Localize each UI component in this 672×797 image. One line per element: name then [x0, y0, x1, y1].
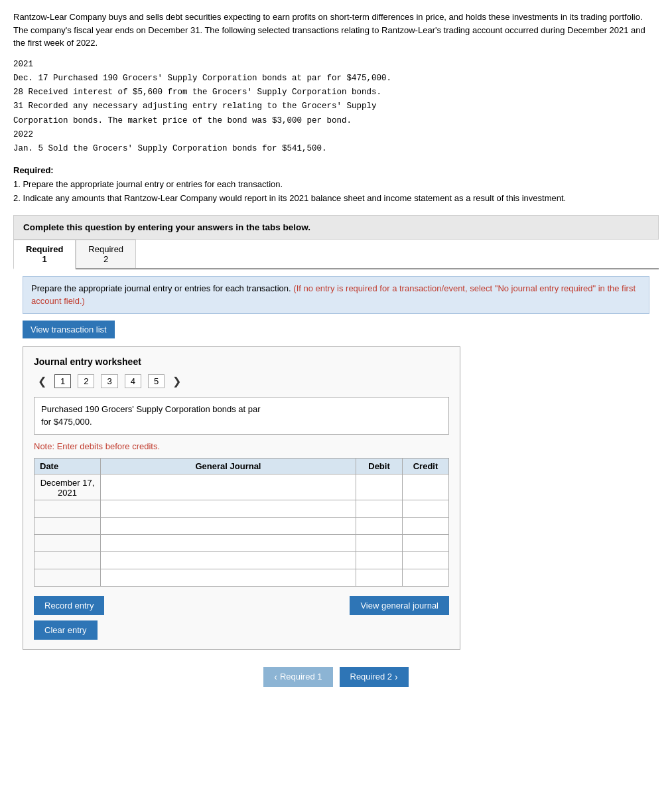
table-row: December 17,2021 — [34, 474, 449, 500]
instruction-bar: Prepare the appropriate journal entry or… — [23, 276, 649, 314]
date-cell-3 — [34, 517, 101, 534]
credit-cell-1[interactable] — [403, 474, 449, 500]
credit-input-4[interactable] — [406, 538, 445, 548]
complete-question-box: Complete this question by entering your … — [13, 215, 659, 240]
journal-cell-4[interactable] — [101, 534, 356, 551]
journal-input-3[interactable] — [104, 521, 352, 531]
journal-input-2[interactable] — [104, 504, 352, 514]
page-3[interactable]: 3 — [101, 374, 117, 388]
required-item1: 1. Prepare the appropriate journal entry… — [13, 179, 283, 189]
view-transaction-list-button[interactable]: View transaction list — [23, 321, 115, 338]
journal-table: Date General Journal Debit Credit Decemb… — [34, 458, 449, 587]
journal-cell-3[interactable] — [101, 517, 356, 534]
debit-cell-4[interactable] — [356, 534, 403, 551]
page-4[interactable]: 4 — [125, 374, 141, 388]
credit-input-6[interactable] — [406, 573, 445, 583]
page-5[interactable]: 5 — [148, 374, 165, 388]
col-header-date: Date — [34, 458, 101, 474]
journal-cell-6[interactable] — [101, 569, 356, 586]
chevron-left-icon: ‹ — [274, 672, 277, 682]
journal-input-5[interactable] — [104, 555, 352, 565]
clear-entry-button[interactable]: Clear entry — [34, 620, 98, 640]
chevron-right-icon: › — [395, 672, 398, 682]
date-cell-6 — [34, 569, 101, 586]
date-cell-5 — [34, 551, 101, 569]
credit-cell-6[interactable] — [403, 569, 449, 586]
note-text: Note: Enter debits before credits. — [34, 441, 449, 451]
credit-cell-5[interactable] — [403, 551, 449, 569]
page-numbers: 1 2 3 4 5 — [54, 374, 165, 388]
action-buttons-row: Record entry View general journal — [34, 596, 449, 615]
debit-cell-5[interactable] — [356, 551, 403, 569]
date-cell-1: December 17,2021 — [34, 474, 101, 500]
transaction-line5: Jan. 5 Sold the Grocers' Supply Corporat… — [13, 142, 659, 156]
journal-input-1[interactable] — [104, 482, 352, 492]
journal-cell-5[interactable] — [101, 551, 356, 569]
transaction-line4: Corporation bonds. The market price of t… — [13, 114, 659, 128]
debit-cell-2[interactable] — [356, 500, 403, 517]
debit-cell-3[interactable] — [356, 517, 403, 534]
date-cell-4 — [34, 534, 101, 551]
debit-input-6[interactable] — [360, 573, 399, 583]
next-page-button[interactable]: ❯ — [168, 374, 185, 389]
debit-input-3[interactable] — [360, 521, 399, 531]
col-header-credit: Credit — [403, 458, 449, 474]
date-cell-2 — [34, 500, 101, 517]
prev-page-button[interactable]: ❮ — [34, 374, 50, 389]
journal-cell-1[interactable] — [101, 474, 356, 500]
credit-cell-2[interactable] — [403, 500, 449, 517]
record-entry-button[interactable]: Record entry — [34, 596, 104, 615]
view-general-journal-button[interactable]: View general journal — [350, 596, 449, 615]
debit-input-2[interactable] — [360, 504, 399, 514]
credit-cell-3[interactable] — [403, 517, 449, 534]
credit-cell-4[interactable] — [403, 534, 449, 551]
year-2021: 2021 — [13, 58, 659, 72]
page-2[interactable]: 2 — [78, 374, 94, 388]
tabs-row: Required 1 Required 2 — [13, 240, 659, 269]
table-row — [34, 534, 449, 551]
journal-input-4[interactable] — [104, 538, 352, 548]
bottom-nav-row: ‹ Required 1 Required 2 › — [13, 667, 659, 687]
transaction-description: Purchased 190 Grocers' Supply Corporatio… — [34, 397, 449, 435]
debit-cell-1[interactable] — [356, 474, 403, 500]
nav-row: ❮ 1 2 3 4 5 ❯ — [34, 374, 449, 389]
table-row — [34, 569, 449, 586]
credit-input-5[interactable] — [406, 555, 445, 565]
credit-input-2[interactable] — [406, 504, 445, 514]
page-1[interactable]: 1 — [54, 374, 71, 388]
debit-input-4[interactable] — [360, 538, 399, 548]
tab-required-1[interactable]: Required 1 — [13, 240, 76, 269]
journal-cell-2[interactable] — [101, 500, 356, 517]
journal-input-6[interactable] — [104, 573, 352, 583]
col-header-general-journal: General Journal — [101, 458, 356, 474]
transaction-line1: Dec. 17 Purchased 190 Grocers' Supply Co… — [13, 72, 659, 86]
next-required-button[interactable]: Required 2 › — [340, 667, 409, 687]
credit-input-3[interactable] — [406, 521, 445, 531]
worksheet-box: Journal entry worksheet ❮ 1 2 3 4 5 ❯ Pu… — [23, 346, 460, 650]
prev-required-button[interactable]: ‹ Required 1 — [263, 667, 332, 687]
instruction-main: Prepare the appropriate journal entry or… — [31, 283, 291, 293]
required-heading: Required: — [13, 165, 54, 175]
credit-input-1[interactable] — [406, 482, 445, 492]
col-header-debit: Debit — [356, 458, 403, 474]
table-row — [34, 517, 449, 534]
transaction-line2: 28 Received interest of $5,600 from the … — [13, 86, 659, 100]
transaction-line3: 31 Recorded any necessary adjusting entr… — [13, 100, 659, 113]
required-section: Required: 1. Prepare the appropriate jou… — [13, 164, 659, 205]
table-row — [34, 551, 449, 569]
tab-required-2[interactable]: Required 2 — [76, 240, 136, 268]
table-row — [34, 500, 449, 517]
debit-cell-6[interactable] — [356, 569, 403, 586]
debit-input-5[interactable] — [360, 555, 399, 565]
worksheet-title: Journal entry worksheet — [34, 356, 449, 367]
year-2022: 2022 — [13, 128, 659, 142]
required-item2: 2. Indicate any amounts that Rantzow-Lea… — [13, 193, 566, 203]
intro-paragraph: Rantzow-Lear Company buys and sells debt… — [13, 11, 659, 50]
debit-input-1[interactable] — [360, 482, 399, 492]
tab-content: Prepare the appropriate journal entry or… — [13, 269, 659, 656]
transactions-block: 2021 Dec. 17 Purchased 190 Grocers' Supp… — [13, 58, 659, 157]
